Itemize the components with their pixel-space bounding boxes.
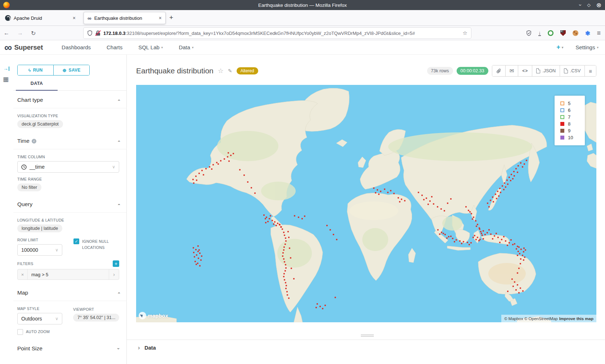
shield-permissions-icon[interactable] <box>87 30 93 36</box>
chevron-down-icon[interactable]: › <box>116 348 121 349</box>
legend-entry-7[interactable]: 7 <box>560 114 585 120</box>
tab-data[interactable]: DATA <box>16 81 58 86</box>
tab-earthquake-distribution[interactable]: ∞ Earthquake distribution × <box>84 12 166 24</box>
earthquake-point <box>285 264 286 265</box>
chevron-up-icon[interactable]: › <box>116 140 121 142</box>
dataset-grid-icon[interactable]: ▦ <box>3 76 9 83</box>
map-style-select[interactable]: Outdoors ∨ <box>17 313 62 324</box>
embed-code-button[interactable]: <> <box>518 65 532 76</box>
earthquake-point <box>335 297 336 298</box>
earthquake-point <box>508 177 510 178</box>
section-query[interactable]: Query › <box>13 195 126 213</box>
legend-entry-10[interactable]: 10 <box>560 135 585 140</box>
chevron-up-icon[interactable]: › <box>116 292 121 294</box>
settings-menu[interactable]: Settings▾ <box>575 44 599 50</box>
downloads-icon[interactable]: ↓ <box>538 31 541 36</box>
export-csv-button[interactable]: .CSV <box>560 65 584 76</box>
chevron-up-icon[interactable]: › <box>116 99 121 101</box>
ignore-null-checkbox-row[interactable]: ✓ IGNORE NULL LOCATIONS <box>73 238 119 251</box>
section-time[interactable]: Timei › <box>13 132 126 149</box>
favorite-star-icon[interactable]: ☆ <box>218 67 224 75</box>
forward-icon[interactable]: → <box>17 30 23 36</box>
protections-shield-icon[interactable] <box>526 30 532 36</box>
more-options-button[interactable]: ≡ <box>584 65 596 76</box>
attribution-text[interactable]: © Mapbox © OpenStreetMap <box>504 317 558 321</box>
chevron-right-icon[interactable]: › <box>109 269 119 279</box>
altered-badge[interactable]: Altered <box>237 67 258 74</box>
add-filter-button[interactable]: + <box>113 260 119 267</box>
section-chart-type[interactable]: Chart type › <box>13 91 126 108</box>
time-range-label: TIME RANGE <box>17 177 119 181</box>
close-icon[interactable]: ⊗ <box>596 2 601 8</box>
earthquake-point <box>283 258 284 260</box>
tab-close-icon[interactable]: × <box>159 15 162 21</box>
earthquake-point <box>506 179 508 181</box>
url-bar[interactable]: 172.18.0.3:32108/superset/explore/?form_… <box>84 28 471 38</box>
edit-properties-icon[interactable]: ✎ <box>228 68 232 74</box>
viz-type-value[interactable]: deck.gl Scatterplot <box>17 120 63 128</box>
save-button[interactable]: ⊕SAVE <box>53 65 89 75</box>
url-text[interactable]: 172.18.0.3:32108/superset/explore/?form_… <box>103 31 460 36</box>
auto-zoom-checkbox-row[interactable]: AUTO ZOOM <box>17 329 73 335</box>
new-dropdown-button[interactable]: +▾ <box>556 44 563 51</box>
legend-entry-9[interactable]: 9 <box>560 128 585 133</box>
collapse-panel-icon[interactable]: → <box>3 65 9 71</box>
mapbox-logo[interactable]: mapbox <box>139 312 168 319</box>
time-column-select[interactable]: __time ∨ <box>17 161 119 173</box>
email-button[interactable]: ✉ <box>505 65 518 76</box>
export-json-button[interactable]: .JSON <box>532 65 560 76</box>
left-icon-rail: → ▦ <box>0 55 13 364</box>
checkbox-checked-icon[interactable]: ✓ <box>73 238 79 244</box>
superset-brand[interactable]: ∞ Superset <box>4 42 43 53</box>
earthquake-point <box>289 247 290 249</box>
earthquake-point <box>520 287 521 289</box>
section-point-size[interactable]: Point Size › <box>13 339 126 356</box>
run-button[interactable]: ϟRUN <box>18 65 53 75</box>
nav-item-sql-lab[interactable]: SQL Lab▾ <box>138 44 163 50</box>
extension-green-icon[interactable] <box>548 30 554 36</box>
checkbox-unchecked[interactable] <box>17 329 23 335</box>
viewport-value[interactable]: 7° 35' 54.02" | 31... <box>73 314 119 322</box>
tab-close-icon[interactable]: × <box>73 15 76 21</box>
earthquake-point <box>421 195 423 196</box>
time-range-value[interactable]: No filter <box>17 183 41 191</box>
section-map[interactable]: Map › <box>13 283 126 301</box>
nav-item-charts[interactable]: Charts <box>107 44 122 50</box>
chevron-up-icon[interactable]: › <box>116 204 121 205</box>
insecure-lock-icon[interactable] <box>95 30 100 36</box>
tab-apache-druid[interactable]: Apache Druid × <box>1 12 79 24</box>
improve-map-link[interactable]: Improve this map <box>559 317 593 321</box>
earthquake-point <box>522 255 523 256</box>
cookie-extension-icon[interactable] <box>573 30 578 36</box>
map-canvas[interactable]: 5678910 mapbox © Mapbox © OpenStreetMap … <box>136 85 596 322</box>
earthquake-point <box>284 235 285 236</box>
earthquake-point <box>517 284 518 286</box>
reload-icon[interactable]: ↻ <box>31 30 36 37</box>
lonlat-value[interactable]: longitude | latitude <box>17 224 62 232</box>
pane-drag-handle[interactable] <box>361 334 374 337</box>
filter-chip[interactable]: × mag > 5 › <box>17 269 119 280</box>
nav-item-data[interactable]: Data▾ <box>179 44 193 50</box>
snowflake-extension-icon[interactable]: ✱ <box>585 30 590 37</box>
legend-entry-5[interactable]: 5 <box>560 101 585 106</box>
legend-entry-8[interactable]: 8 <box>560 121 585 127</box>
new-tab-button[interactable]: + <box>169 14 173 22</box>
earthquake-point <box>461 243 462 244</box>
app-menu-icon[interactable]: ≡ <box>597 29 601 37</box>
nav-item-dashboards[interactable]: Dashboards <box>62 44 91 50</box>
data-panel-header[interactable]: › Data <box>138 342 156 353</box>
back-icon[interactable]: ← <box>4 30 9 36</box>
maximize-icon[interactable]: ◇ <box>587 3 591 7</box>
earthquake-point <box>317 303 318 305</box>
earthquake-point <box>285 240 287 242</box>
bookmark-star-icon[interactable]: ☆ <box>463 30 467 36</box>
earthquake-point <box>514 243 515 245</box>
minimize-icon[interactable]: › <box>578 4 583 6</box>
remove-filter-icon[interactable]: × <box>18 269 28 279</box>
legend-entry-6[interactable]: 6 <box>560 108 585 113</box>
row-limit-select[interactable]: 100000 ∨ <box>17 244 62 256</box>
earthquake-point <box>198 258 199 259</box>
ublock-extension-icon[interactable]: 2 <box>560 30 566 36</box>
copy-link-button[interactable] <box>492 65 505 76</box>
filter-expression[interactable]: mag > 5 <box>28 269 109 279</box>
